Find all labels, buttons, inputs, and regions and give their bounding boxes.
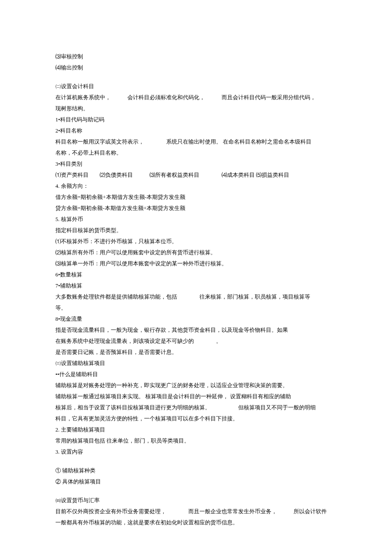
text-line: 科目名称一般用汉字或英文符表示， 系统只在输出时使用。 在命名科目名称时之需命名… [55,136,337,147]
text-line: ⑵核算所有外币：用户可以使用账套中设定的所有货币进行核算。 [55,247,337,258]
text-line: 在账务系统中处理现金流量表，则该项设定是不可缺少的 。 [55,336,337,347]
text-line [55,487,337,495]
text-line: 目前不仅外商投资企业有外币业务需要处理， 而且一般企业也常常发生外币业务， 所以… [55,506,337,517]
text-line: ⑴资产类科目 ⑵负债类科目 ⑶所有者权益类科目 ⑷成本类科目 ⑸损益类科目 [55,170,337,181]
text-line: 是否需要日记账，是否预算科目，是否需要计息。 [55,347,337,358]
text-line: 指定科目核算的货币类型。 [55,225,337,236]
text-line: 2. 主要辅助核算项目 [55,424,337,435]
text-line: 6•数量核算 [55,269,337,280]
text-line: 8•现金流量 [55,313,337,325]
text-line: 在计算机账务系统中， 会计科目必须标准化和代码化， 而且会计科目代码一般采用分组… [55,92,337,103]
text-line: 核算后，相当于设置了该科目按核算项目进行更为明细的核算。 但核算项目又不同于一般… [55,402,337,413]
text-line: 4. 余额方向： [55,181,337,192]
text-line: ⑷输出控制 [55,62,337,73]
text-line: ⑶审核控制 [55,51,337,62]
text-line [55,73,337,81]
text-line: 辅助核算一般通过核算项目来实现。 核算项目是会计科目的一种延伸， 设置糊科目有相… [55,391,337,402]
text-line: 借方余额=期初余额+本期借方发生额-本期贷方发生额 [55,192,337,203]
text-line: 3•科目类别 [55,158,337,170]
text-line: 大多数账务处理软件都是提供辅助核算功能，包括 往来核算，部门核算，职员核算，项目… [55,291,337,302]
text-line: ⑶核算单一外币：用户可以使用本账套中设定的某一种外币进行核算。 [55,258,337,269]
text-line: 现树形结构。 [55,103,337,114]
text-line: 贷方余额=期初余额-本期借方发生额+本期贷方发生额 [55,203,337,214]
text-line: ⑴不核算外币：不进行外币核算，只核算本位币。 [55,236,337,247]
text-line: ① 辅助核算种类 [55,465,337,476]
text-line: 5. 核算外币 [55,214,337,225]
text-line: 常用的核算项目包括 往来单位，部门，职员等类项目。 [55,435,337,446]
text-line: 指是否现金流量科目，一般为现金，银行存款，其他货币资金科目，以及现金等价物科目。… [55,325,337,336]
text-line: 辅助核算是对账务处理的一种补充，即实现更广泛的财务处理，以适应企业管理和决策的需… [55,380,337,391]
text-line: ㈡设置会计科目 [55,81,337,92]
text-line: ㈢设置辅助核算项目 [55,358,337,369]
text-line: ② 具体的核算项目 [55,476,337,487]
text-line: 1•科目代码与助记码 [55,114,337,125]
text-line: 名称，不必带上科目名称。 [55,147,337,158]
text-line [55,457,337,465]
text-line: 科目，它具有更加灵活方便的特性，一个核算项目可以在多个科目下挂接。 [55,413,337,424]
text-line: ㈣设置货币与汇率 [55,495,337,506]
text-line: ••什么是辅助科目 [55,369,337,380]
text-line: 2•科目名称 [55,125,337,136]
document-body: ⑶审核控制⑷输出控制㈡设置会计科目在计算机账务系统中， 会计科目必须标准化和代码… [55,51,337,528]
text-line: 3. 设置内容 [55,446,337,457]
text-line: 等。 [55,302,337,313]
text-line: 7•辅助核算 [55,280,337,291]
text-line: 一般都具有外币核算的功能，这就是要求在初始化时设置相应的货币信息。 [55,517,337,528]
